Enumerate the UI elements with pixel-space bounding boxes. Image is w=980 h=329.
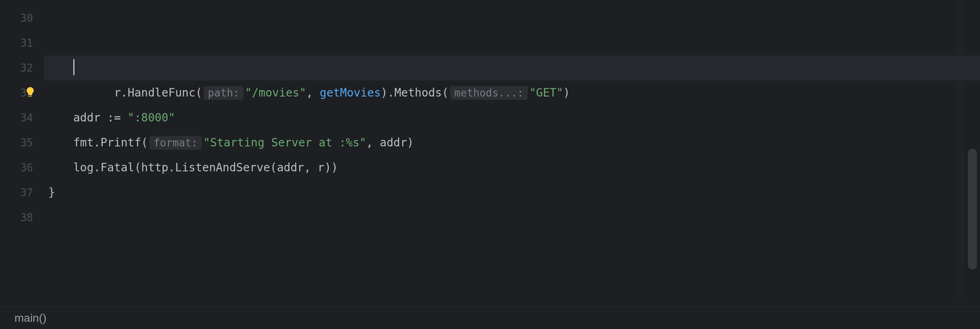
code-token: fmt.Printf( <box>73 136 148 149</box>
code-line[interactable] <box>44 80 980 105</box>
code-line[interactable] <box>44 205 980 230</box>
line-number: 38 <box>0 205 33 230</box>
breadcrumb-item[interactable]: main() <box>14 312 46 324</box>
line-number-gutter: 30 31 32 33 34 35 36 37 38 <box>0 0 44 298</box>
lightbulb-icon[interactable] <box>24 36 36 48</box>
code-line[interactable] <box>44 6 980 31</box>
text-cursor <box>73 59 74 75</box>
code-token: , addr) <box>366 136 414 149</box>
inlay-hint-format: format: <box>149 136 202 150</box>
overview-ruler <box>956 0 964 298</box>
code-token: } <box>48 186 55 199</box>
code-token: addr := <box>73 111 128 124</box>
code-line[interactable]: log.Fatal(http.ListenAndServe(addr, r)) <box>44 155 980 180</box>
breadcrumb-bar[interactable]: main() <box>0 306 980 329</box>
scrollbar-track[interactable] <box>967 0 977 298</box>
code-line[interactable]: fmt.Printf(format:"Starting Server at :%… <box>44 130 980 155</box>
line-number: 36 <box>0 155 33 180</box>
code-line-current[interactable] <box>44 56 980 80</box>
code-token-string: "Starting Server at :%s" <box>203 136 366 149</box>
code-token: log.Fatal(http.ListenAndServe(addr, r)) <box>73 161 338 174</box>
code-line[interactable]: addr := ":8000" <box>44 105 980 130</box>
code-line[interactable]: } <box>44 180 980 205</box>
line-number: 30 <box>0 6 33 31</box>
code-area[interactable]: r.HandleFunc(path:"/movies", getMovies).… <box>44 0 980 298</box>
code-token-string: ":8000" <box>128 111 175 124</box>
line-number: 37 <box>0 180 33 205</box>
code-editor[interactable]: 30 31 32 33 34 35 36 37 38 r.HandleFunc(… <box>0 0 980 298</box>
code-line[interactable]: r.HandleFunc(path:"/movies", getMovies).… <box>44 31 980 56</box>
scrollbar-thumb[interactable] <box>968 149 977 269</box>
